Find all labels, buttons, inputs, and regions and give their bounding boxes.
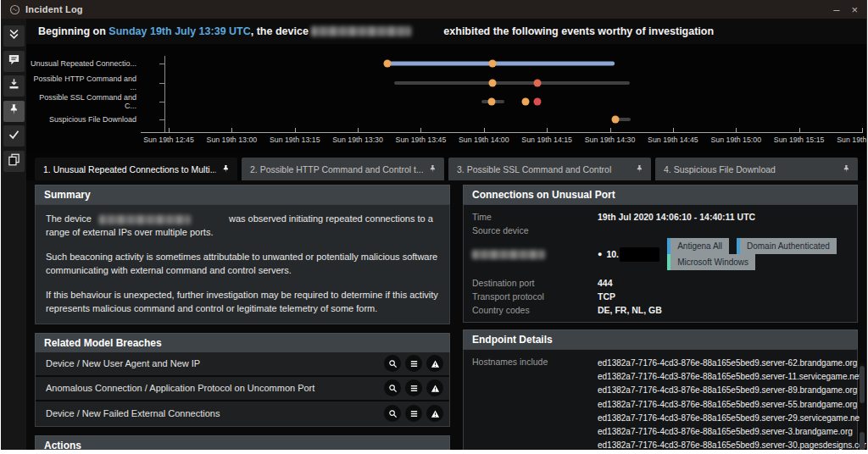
close-button[interactable]: × xyxy=(851,4,858,15)
hostnames-label: Hostnames include xyxy=(472,357,598,450)
timeline-event-dot[interactable] xyxy=(611,116,619,124)
sidebar-button-comment[interactable] xyxy=(3,51,25,72)
pin-icon xyxy=(8,103,20,119)
chart-y-axis xyxy=(164,56,165,133)
connections-header: Connections on Unusual Port xyxy=(463,185,858,204)
timeline-event-dot[interactable] xyxy=(534,98,542,106)
x-axis-tick-label: Sun 19th 14:15 xyxy=(521,136,572,144)
summary-paragraph-1: The device was observed initiating repea… xyxy=(46,213,439,240)
breach-warning-button[interactable] xyxy=(426,379,443,396)
model-breach-row[interactable]: Device / New User Agent and New IP xyxy=(36,352,449,377)
minimize-button[interactable]: – xyxy=(833,4,839,15)
warning-icon xyxy=(431,359,440,368)
x-axis-tick xyxy=(420,128,421,132)
chevrons-down-icon xyxy=(8,28,20,44)
sidebar-button-check[interactable] xyxy=(3,125,25,147)
scrollbar-thumb[interactable] xyxy=(860,432,865,450)
breach-magnifier-button[interactable] xyxy=(384,379,401,396)
breach-list-button[interactable] xyxy=(405,355,422,372)
right-column: Connections on Unusual Port Time 19th Ju… xyxy=(463,185,858,450)
check-icon xyxy=(8,128,20,144)
tab-pin-icon[interactable] xyxy=(423,164,437,174)
hostname-entry: ed1382a7-7176-4cd3-876e-88a165e5bed9.ser… xyxy=(598,370,866,384)
x-axis-tick xyxy=(862,128,863,132)
breach-warning-button[interactable] xyxy=(426,405,443,422)
connections-panel: Connections on Unusual Port Time 19th Ju… xyxy=(463,185,858,323)
summary-paragraph-2: Such beaconing activity is sometimes att… xyxy=(46,251,439,278)
model-breach-row[interactable]: Device / New Failed External Connections xyxy=(36,401,449,426)
summary-device-redacted xyxy=(99,215,191,224)
breach-magnifier-button[interactable] xyxy=(384,405,401,422)
magnifier-icon xyxy=(388,359,398,368)
timeline-range-bar[interactable] xyxy=(387,62,615,66)
x-axis-tick-label: Sun 19th 14:45 xyxy=(648,136,698,144)
hostname-entry: ed1382a7-7176-4cd3-876e-88a165e5bed9.ser… xyxy=(598,425,866,439)
timeline-event-dot[interactable] xyxy=(489,80,497,87)
x-axis-tick xyxy=(295,128,296,132)
timeline-event-dot[interactable] xyxy=(383,60,391,68)
tab-event-1[interactable]: 1. Unusual Repeated Connections to Multi… xyxy=(35,158,237,180)
copy-icon xyxy=(8,153,20,169)
breach-label: Anomalous Connection / Application Proto… xyxy=(46,383,380,393)
tab-event-4[interactable]: 4. Suspicious File Download xyxy=(655,158,858,180)
magnifier-icon xyxy=(388,409,398,418)
tab-pin-icon[interactable] xyxy=(837,164,851,174)
device-tag-microsoft-windows[interactable]: Microsoft Windows xyxy=(667,254,755,270)
chart-plot-area: Sun 19th 12:45Sun 19th 13:00Sun 19th 13:… xyxy=(169,44,862,152)
timeline-row-label: Possible SSL Command and C... xyxy=(26,93,136,110)
timeline-event-dot[interactable] xyxy=(489,60,497,68)
x-axis-tick-label: Sun 19th 13:15 xyxy=(270,136,320,144)
list-icon xyxy=(409,359,419,368)
timeline-event-dot[interactable] xyxy=(522,98,530,106)
breach-list-button[interactable] xyxy=(405,379,422,396)
scrollbar-thumb[interactable] xyxy=(860,366,865,403)
breach-magnifier-button[interactable] xyxy=(384,355,401,372)
tab-label: 1. Unusual Repeated Connections to Multi… xyxy=(43,164,216,174)
x-axis-tick-label: Sun 19th 13:45 xyxy=(396,136,447,144)
x-axis-tick xyxy=(736,128,737,132)
tab-label: 2. Possible HTTP Command and Control t..… xyxy=(250,164,423,174)
country-codes-value: DE, FR, NL, GB xyxy=(598,305,662,315)
x-axis-tick xyxy=(673,128,674,132)
comment-icon xyxy=(8,53,20,69)
breach-rows: Device / New User Agent and New IPAnomal… xyxy=(35,352,450,427)
row-axis-tick xyxy=(159,64,164,64)
sidebar-button-copy[interactable] xyxy=(3,151,25,172)
titlebar: Incident Log – × xyxy=(1,0,866,19)
tab-pin-icon[interactable] xyxy=(630,164,644,174)
device-tag-antigena-all[interactable]: Antigena All xyxy=(667,238,729,254)
endpoint-details-panel: Endpoint Details Hostnames include ed138… xyxy=(463,329,858,450)
sidebar xyxy=(1,19,26,450)
x-axis-tick xyxy=(547,128,548,132)
breach-label: Device / New User Agent and New IP xyxy=(46,358,380,368)
hostname-entry: ed1382a7-7176-4cd3-876e-88a165e5bed9.ser… xyxy=(598,384,866,397)
sidebar-button-download[interactable] xyxy=(3,75,25,97)
x-axis-tick-label: Sun 19th 14:30 xyxy=(585,136,636,144)
tab-event-2[interactable]: 2. Possible HTTP Command and Control t..… xyxy=(242,158,444,180)
list-icon xyxy=(409,409,419,418)
timeline-range-bar[interactable] xyxy=(394,81,630,85)
timeline-row-label: Possible HTTP Command and ... xyxy=(26,75,136,91)
tab-label: 3. Possible SSL Command and Control xyxy=(457,164,630,174)
breach-warning-button[interactable] xyxy=(426,355,443,372)
row-axis-tick xyxy=(159,83,164,84)
transport-protocol-value: TCP xyxy=(598,291,615,302)
summary-paragraph-3: If this behaviour is unexpected, further… xyxy=(46,289,439,316)
x-axis-tick-label: Sun 19th 15:15 xyxy=(774,136,825,144)
x-axis-tick xyxy=(169,128,170,132)
sidebar-button-chevrons-down[interactable] xyxy=(3,25,25,47)
summary-panel: Summary The device was observed initiati… xyxy=(35,185,450,324)
content-scrollbar[interactable] xyxy=(860,363,865,445)
tab-pin-icon[interactable] xyxy=(216,164,231,174)
breach-list-button[interactable] xyxy=(405,405,422,422)
header-date-link[interactable]: Sunday 19th July 13:39 UTC xyxy=(108,25,250,37)
model-breach-row[interactable]: Anomalous Connection / Application Proto… xyxy=(36,377,449,401)
transport-protocol-label: Transport protocol xyxy=(472,291,598,302)
device-tag-domain-authenticated[interactable]: Domain Authenticated xyxy=(737,238,837,254)
sidebar-button-pin[interactable] xyxy=(3,101,25,122)
breaches-header: Related Model Breaches xyxy=(35,333,450,352)
timeline-event-dot[interactable] xyxy=(534,80,542,87)
x-axis-tick-label: Sun 19th 15:00 xyxy=(710,136,761,144)
tab-event-3[interactable]: 3. Possible SSL Command and Control xyxy=(448,158,651,180)
timeline-event-dot[interactable] xyxy=(488,98,496,106)
